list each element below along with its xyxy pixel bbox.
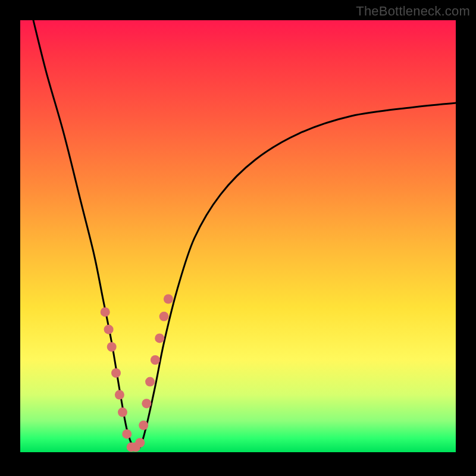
bottleneck-curve-path <box>33 20 456 450</box>
plot-area <box>20 20 456 456</box>
highlight-dot <box>122 429 131 439</box>
outer-frame: TheBottleneck.com <box>0 0 476 476</box>
highlight-dot <box>139 421 148 430</box>
highlight-dot <box>142 399 151 408</box>
highlight-dot <box>135 438 145 447</box>
highlight-dot <box>104 325 114 334</box>
highlight-dot <box>107 342 117 352</box>
watermark-text: TheBottleneck.com <box>356 4 470 19</box>
highlight-dot <box>155 333 164 343</box>
highlight-dot <box>115 390 124 400</box>
highlight-dot <box>151 355 160 365</box>
highlight-dot <box>111 368 121 378</box>
highlight-dot <box>101 307 110 317</box>
highlight-dot <box>145 377 155 387</box>
highlight-dot <box>159 312 169 321</box>
bottleneck-chart <box>20 20 456 456</box>
highlight-dots-group <box>101 295 173 452</box>
highlight-dot <box>118 408 127 417</box>
highlight-dot <box>164 295 173 304</box>
